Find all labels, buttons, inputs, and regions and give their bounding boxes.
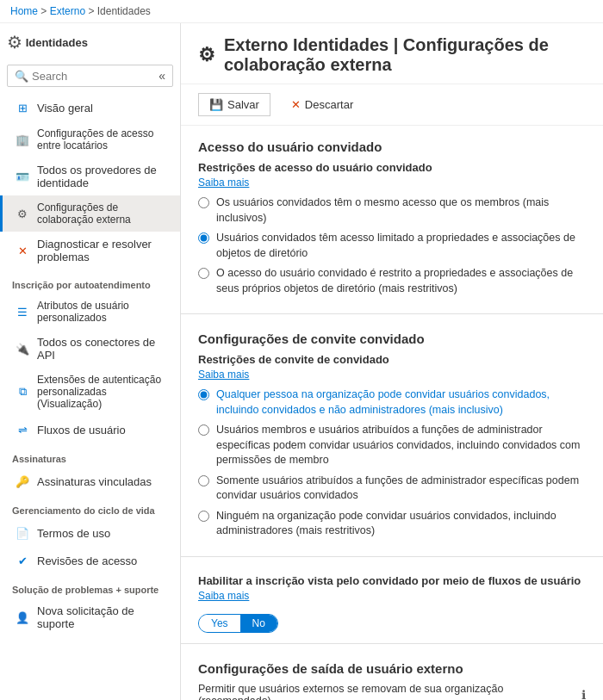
check-icon: ✔ — [15, 553, 30, 568]
sidebar-item-nova-solicitacao[interactable]: 👤 Nova solicitação de suporte — [0, 598, 180, 636]
acesso-title: Acesso do usuário convidado — [198, 139, 586, 154]
search-input[interactable] — [32, 70, 159, 83]
section-convite: Configurações de convite convidado Restr… — [181, 318, 603, 553]
radio-group-acesso: Os usuários convidados têm o mesmo acess… — [198, 195, 586, 296]
tool-icon: ✕ — [15, 243, 30, 258]
radio-convite-4[interactable]: Ninguém na organização pode convidar usu… — [198, 509, 586, 539]
section-assinaturas: Assinaturas — [0, 443, 180, 468]
breadcrumb: Home > Externo > Identidades — [0, 0, 603, 23]
sidebar-item-diagnosticar[interactable]: ✕ Diagnosticar e resolver problemas — [0, 232, 180, 269]
save-icon: 💾 — [209, 98, 223, 111]
sidebar-item-provedores[interactable]: 🪪 Todos os provedores de identidade — [0, 158, 180, 195]
convite-title: Configurações de convite convidado — [198, 331, 586, 346]
saida-title: Configurações de saída de usuário extern… — [198, 661, 586, 676]
page-title: ⚙ Externo Identidades | Configurações de… — [198, 35, 586, 75]
radio-acesso-1[interactable]: Os usuários convidados têm o mesmo acess… — [198, 195, 586, 226]
section-ciclo: Gerenciamento do ciclo de vida — [0, 495, 180, 519]
radio-convite-3[interactable]: Somente usuários atribuídos a funções de… — [198, 474, 586, 504]
discard-icon: ✕ — [291, 98, 301, 111]
search-icon: 🔍 — [15, 70, 28, 83]
radio-acesso-3[interactable]: O acesso do usuário convidado é restrito… — [198, 266, 586, 296]
sidebar-item-fluxos[interactable]: ⇌ Fluxos de usuário — [0, 416, 180, 443]
toolbar: 💾 Salvar ✕ Descartar — [181, 84, 603, 126]
section-suporte: Solução de problemas + suporte — [0, 574, 180, 598]
learn-more-1[interactable]: Saiba mais — [198, 177, 249, 189]
layers-icon: ⧉ — [15, 384, 30, 400]
sidebar-item-assinaturas[interactable]: 🔑 Assinaturas vinculadas — [0, 468, 180, 495]
inscricao-title: Habilitar a inscrição vista pelo convida… — [198, 574, 586, 587]
collapse-icon[interactable]: « — [159, 69, 165, 83]
divider-2 — [181, 556, 603, 557]
section-autoatendimento: Inscrição por autoatendimento — [0, 269, 180, 294]
sidebar-header: ⚙ Identidades — [0, 23, 180, 61]
restricoes-convite-title: Restrições de convite de convidado — [198, 353, 586, 366]
search-bar[interactable]: 🔍 « — [7, 65, 173, 87]
person-icon: 👤 — [15, 610, 30, 625]
content-area: ⚙ Externo Identidades | Configurações de… — [181, 23, 603, 700]
sidebar-item-extensoes[interactable]: ⧉ Extensões de autenticação personalizad… — [0, 368, 180, 416]
section-inscricao: Habilitar a inscrição vista pelo convida… — [181, 561, 603, 640]
saida-permit-label: Permitir que usuários externos se remova… — [198, 683, 586, 701]
divider-1 — [181, 313, 603, 314]
page-gear-icon: ⚙ — [198, 44, 215, 66]
key-icon: 🔑 — [15, 474, 30, 489]
section-acesso: Acesso do usuário convidado Restrições d… — [181, 126, 603, 310]
buildings-icon: 🏢 — [15, 132, 30, 147]
sidebar-item-config-acesso[interactable]: 🏢 Configurações de acesso entre locatári… — [0, 121, 180, 158]
discard-button[interactable]: ✕ Descartar — [281, 94, 364, 115]
sidebar: ⚙ Identidades 🔍 « ⊞ Visão geral 🏢 Config… — [0, 23, 181, 700]
sidebar-title: Identidades — [26, 36, 88, 49]
sidebar-item-visao-geral[interactable]: ⊞ Visão geral — [0, 94, 180, 121]
radio-acesso-2[interactable]: Usuários convidados têm acesso limitado … — [198, 231, 586, 261]
page-title-bar: ⚙ Externo Identidades | Configurações de… — [181, 23, 603, 84]
flow-icon: ⇌ — [15, 422, 30, 437]
divider-3 — [181, 643, 603, 644]
toggle-inscricao[interactable]: Yes No — [198, 614, 278, 633]
save-button[interactable]: 💾 Salvar — [198, 93, 270, 116]
radio-group-convite: Qualquer pessoa na organização pode conv… — [198, 387, 586, 539]
radio-convite-2[interactable]: Usuários membros e usuários atribuídos a… — [198, 423, 586, 468]
sidebar-item-atributos[interactable]: ☰ Atributos de usuário personalizados — [0, 294, 180, 330]
breadcrumb-current: Identidades — [97, 5, 151, 17]
sidebar-item-conectores[interactable]: 🔌 Todos os conectores de API — [0, 330, 180, 368]
gear-icon: ⚙ — [15, 206, 30, 221]
list-icon: ☰ — [15, 304, 30, 319]
learn-more-3[interactable]: Saiba mais — [198, 590, 249, 602]
breadcrumb-home[interactable]: Home — [10, 5, 38, 17]
toggle-yes-btn[interactable]: Yes — [199, 615, 240, 632]
restricoes-acesso-title: Restrições de acesso do usuário convidad… — [198, 161, 586, 174]
learn-more-2[interactable]: Saiba mais — [198, 369, 249, 381]
sidebar-item-revisoes[interactable]: ✔ Revisões de acesso — [0, 547, 180, 574]
toggle-no-btn[interactable]: No — [240, 615, 277, 632]
sidebar-item-termos[interactable]: 📄 Termos de uso — [0, 519, 180, 547]
grid-icon: ⊞ — [15, 100, 30, 115]
info-icon: ℹ — [581, 688, 586, 701]
sidebar-item-config-colaboracao[interactable]: ⚙ Configurações de colaboração externa — [0, 195, 180, 232]
gear-icon: ⚙ — [7, 32, 22, 53]
section-saida: Configurações de saída de usuário extern… — [181, 647, 603, 701]
id-card-icon: 🪪 — [15, 169, 30, 184]
plug-icon: 🔌 — [15, 341, 30, 356]
radio-convite-1[interactable]: Qualquer pessoa na organização pode conv… — [198, 387, 586, 418]
doc-icon: 📄 — [15, 525, 30, 541]
breadcrumb-externo[interactable]: Externo — [50, 5, 85, 17]
